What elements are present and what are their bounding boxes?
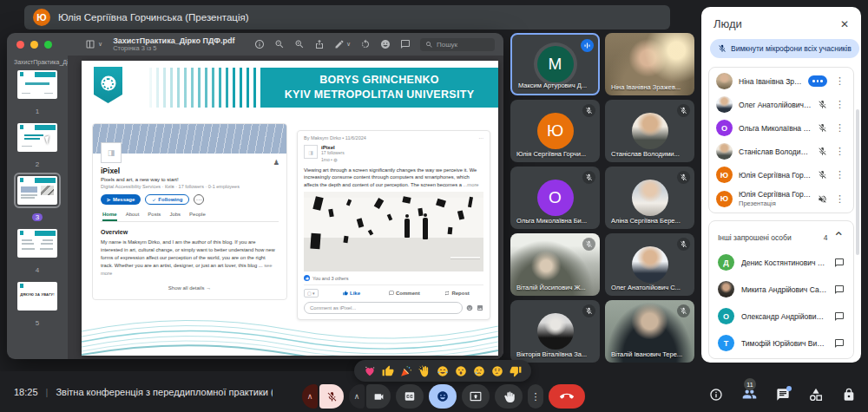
emoji-icon[interactable]	[466, 304, 473, 311]
leave-call-button[interactable]	[549, 384, 585, 409]
university-logo	[94, 67, 122, 103]
mic-toggle-button-muted[interactable]	[319, 384, 344, 409]
joy-face-reaction[interactable]	[437, 365, 449, 377]
crying-face-reaction[interactable]	[473, 365, 485, 377]
meeting-details-icon[interactable]	[709, 388, 723, 402]
tab-home[interactable]: Home	[102, 212, 117, 221]
invited-row-oleksandr[interactable]: О Олександр Андрійович Гапон	[709, 303, 853, 330]
camera-options-chevron[interactable]: ∧	[349, 384, 365, 409]
chat-icon[interactable]	[834, 284, 845, 295]
message-button[interactable]: Message	[101, 194, 141, 205]
minimize-window-button[interactable]	[30, 41, 38, 49]
sidebar-toggle-button[interactable]: ∨	[85, 39, 102, 49]
rotate-tool-icon[interactable]	[360, 39, 371, 49]
post-more-icon[interactable]: ···	[479, 135, 484, 141]
tile-oleh[interactable]: Олег Анатолійович С...	[605, 233, 694, 296]
close-window-button[interactable]	[16, 41, 24, 49]
tile-stanislav[interactable]: Станіслав Володими...	[605, 100, 694, 162]
participant-row-oleh[interactable]: Олег Анатолійович Се... ⋮	[709, 93, 853, 116]
more-options-button[interactable]: ⋮	[528, 384, 543, 409]
attach-image-icon[interactable]	[477, 304, 483, 311]
participant-row-yuliia[interactable]: Ю Юлія Сергіївна Горчин... ⋮	[709, 163, 853, 186]
zoom-window-button[interactable]	[44, 41, 52, 49]
activities-icon[interactable]	[809, 388, 823, 402]
host-controls-icon[interactable]	[842, 388, 856, 402]
show-all-details-link[interactable]: Show all details →	[101, 285, 279, 291]
markup-tool-icon[interactable]: ∨	[334, 39, 351, 49]
signature-tool-icon[interactable]	[400, 39, 411, 49]
page-thumbnail-3-selected[interactable]: 3	[7, 176, 68, 223]
chevron-up-icon[interactable]: ⌃	[833, 229, 845, 245]
chat-icon[interactable]	[834, 311, 845, 322]
camera-toggle-button[interactable]	[366, 384, 391, 409]
more-options-icon[interactable]: ⋮	[833, 169, 846, 180]
participant-row-stanislav[interactable]: Станіслав Володимир... ⋮	[709, 140, 853, 163]
chat-icon[interactable]	[834, 338, 845, 349]
participant-row-yuliia-presentation[interactable]: Ю Юлія Сергіївна Горчин... Презентація ⋮	[709, 186, 853, 211]
zoom-out-tool-icon[interactable]	[274, 39, 285, 49]
mute-all-button[interactable]: Вимкнути мікрофони всіх учасників	[710, 39, 859, 58]
party-popper-reaction[interactable]	[400, 365, 412, 377]
more-options-icon[interactable]: ⋮	[833, 99, 846, 110]
raise-hand-button[interactable]	[495, 384, 523, 409]
more-options-icon[interactable]: ⋮	[833, 122, 846, 134]
repost-button[interactable]: Repost	[431, 291, 483, 296]
notification-bell-icon: ♟	[273, 159, 279, 167]
chat-icon[interactable]	[834, 258, 845, 268]
present-button[interactable]	[462, 384, 490, 409]
more-options-icon[interactable]: ⋮	[833, 75, 846, 87]
reactions-button-active[interactable]	[429, 384, 457, 409]
pinned-presentation-banner[interactable]: Ю Юлія Сергіївна Горчинська (Презентація…	[24, 5, 670, 29]
tab-jobs[interactable]: Jobs	[169, 212, 181, 221]
tile-vitalii-ivanovych[interactable]: Віталій Іванович Тере...	[605, 300, 694, 363]
participant-row-olha[interactable]: О Ольга Миколаївна Бик... ⋮	[709, 116, 853, 140]
mic-options-chevron[interactable]: ∧	[302, 384, 318, 409]
search-input[interactable]	[437, 41, 489, 49]
tile-maksym[interactable]: М Максим Артурович Д...	[510, 33, 600, 95]
close-panel-icon[interactable]: ✕	[840, 18, 849, 30]
comment-button[interactable]: Comment	[378, 291, 431, 296]
share-tool-icon[interactable]	[314, 39, 325, 49]
page-thumbnail-4[interactable]: 4	[7, 229, 68, 276]
invited-row-denys[interactable]: Д Денис Костянтинович Лущике...	[709, 249, 853, 276]
invited-row-tymofii[interactable]: Т Тимофій Юрійович Вишневськ...	[709, 330, 853, 356]
people-panel-toggle-icon[interactable]: 11	[742, 387, 757, 402]
tab-posts[interactable]: Posts	[148, 212, 161, 221]
panel-scrollbar[interactable]	[856, 109, 859, 255]
window-traffic-lights[interactable]	[16, 41, 52, 49]
page-thumbnail-5[interactable]: ДЯКУЮ ЗА УВАГУ! 5	[7, 282, 68, 329]
thumbs-up-reaction[interactable]	[382, 365, 394, 377]
invited-row-mykyta[interactable]: Микита Андрійович Саєнко	[709, 276, 853, 303]
zoom-in-tool-icon[interactable]	[294, 39, 305, 49]
tab-people[interactable]: People	[189, 212, 206, 221]
captions-button[interactable]	[396, 384, 424, 409]
sparkling-heart-reaction[interactable]	[364, 365, 376, 377]
document-search-field[interactable]	[420, 38, 495, 51]
post-more-link[interactable]: ...more	[464, 182, 479, 187]
highlight-tool-icon[interactable]	[380, 39, 391, 49]
info-tool-icon[interactable]	[254, 39, 265, 49]
following-button[interactable]: Following	[145, 194, 189, 205]
page-thumbnail-1[interactable]: 1	[7, 70, 68, 117]
thinking-face-reaction[interactable]	[491, 365, 503, 377]
astonished-face-reaction[interactable]	[455, 365, 467, 377]
page-thumbnail-2[interactable]: 2	[7, 123, 68, 170]
react-as-selector[interactable]: ▢ ▾	[304, 289, 319, 298]
tab-about[interactable]: About	[126, 212, 140, 221]
avatar-photo	[716, 73, 733, 89]
clapping-hands-reaction[interactable]	[418, 365, 431, 377]
tile-viktoriia[interactable]: Вікторія Віталіївна За...	[510, 300, 600, 363]
tile-olha[interactable]: О Ольга Миколаївна Би...	[510, 167, 600, 229]
like-button[interactable]: Like	[326, 291, 378, 296]
more-options-icon[interactable]: ⋮	[833, 193, 846, 205]
participant-row-nina[interactable]: Ніна Іванівна Зражевсь... ⋮	[709, 69, 853, 93]
tile-alina[interactable]: Аліна Сергіївна Бере...	[605, 167, 694, 229]
thumbs-down-reaction[interactable]	[510, 365, 522, 377]
more-options-icon[interactable]: ⋮	[833, 146, 846, 157]
tile-vitalii-yosypovych[interactable]: Віталій Йосипович Ж...	[510, 233, 600, 296]
profile-more-button[interactable]: ···	[194, 194, 204, 205]
comment-input[interactable]: Comment as iPixel...	[304, 302, 463, 314]
chat-panel-icon[interactable]	[776, 388, 790, 402]
tile-nina[interactable]: Ніна Іванівна Зражев...	[605, 33, 694, 95]
tile-yuliia[interactable]: Ю Юлія Сергіївна Горчи...	[510, 100, 600, 162]
